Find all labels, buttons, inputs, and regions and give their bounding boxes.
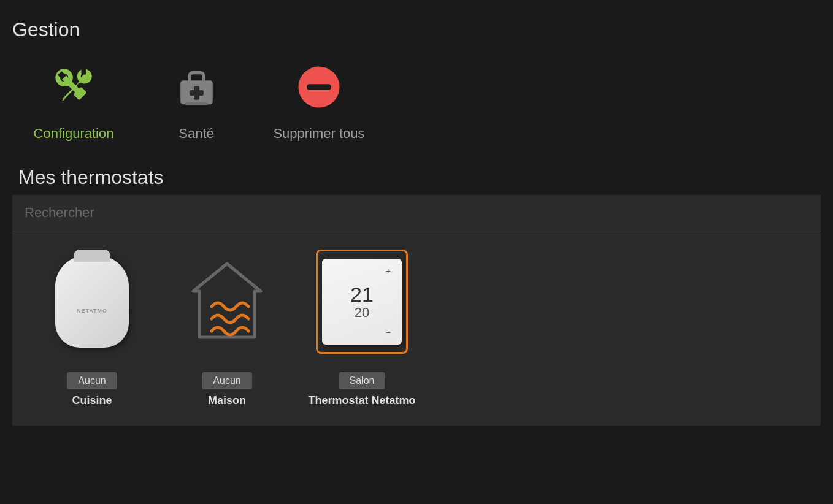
thermostat-badge-cuisine: Aucun [67,372,117,389]
thermostat-item-salon[interactable]: + 21 20 − Salon Thermostat Netatmo [294,250,429,407]
management-item-configuration[interactable]: Configuration [12,59,135,142]
thermostat-image-salon: + 21 20 − [316,250,408,354]
temp-current-value: 21 [350,284,374,305]
thermostats-section-title: Mes thermostats [12,166,821,189]
management-icons-row: Configuration Santé [12,59,821,142]
thermostat-display-icon: + 21 20 − [322,259,402,345]
thermostat-item-maison[interactable]: Aucun Maison [159,250,294,407]
wrench-icon [46,59,101,115]
temp-minus-icon: − [386,327,391,337]
svg-rect-10 [185,102,208,105]
svg-marker-13 [193,264,261,337]
sante-label: Santé [178,126,214,142]
thermostat-image-maison [181,250,273,354]
supprimer-label: Supprimer tous [273,126,364,142]
thermostat-name-cuisine: Cuisine [72,394,112,407]
svg-rect-9 [190,90,204,96]
section-title: Gestion [12,18,821,41]
configuration-label: Configuration [34,126,114,142]
management-item-supprimer[interactable]: Supprimer tous [258,59,380,142]
management-item-sante[interactable]: Santé [135,59,258,142]
medkit-icon [169,59,224,115]
search-input[interactable] [12,195,821,231]
thermostat-item-cuisine[interactable]: NETATMO Aucun Cuisine [25,250,159,407]
thermostat-badge-maison: Aucun [202,372,251,389]
svg-rect-6 [83,69,86,74]
thermostats-grid: NETATMO Aucun Cuisine [12,231,821,426]
main-page: Gestion Configu [0,0,833,426]
thermostat-badge-salon: Salon [339,372,386,389]
svg-rect-12 [307,84,331,90]
thermostat-name-salon: Thermostat Netatmo [308,394,415,407]
remove-icon [291,59,347,115]
temp-plus-icon: + [386,266,391,276]
temp-target-value: 20 [355,306,369,319]
house-heating-icon [187,258,267,346]
thermostat-image-cuisine: NETATMO [46,250,138,354]
valve-device-icon: NETATMO [55,256,129,348]
thermostat-name-maison: Maison [208,394,246,407]
